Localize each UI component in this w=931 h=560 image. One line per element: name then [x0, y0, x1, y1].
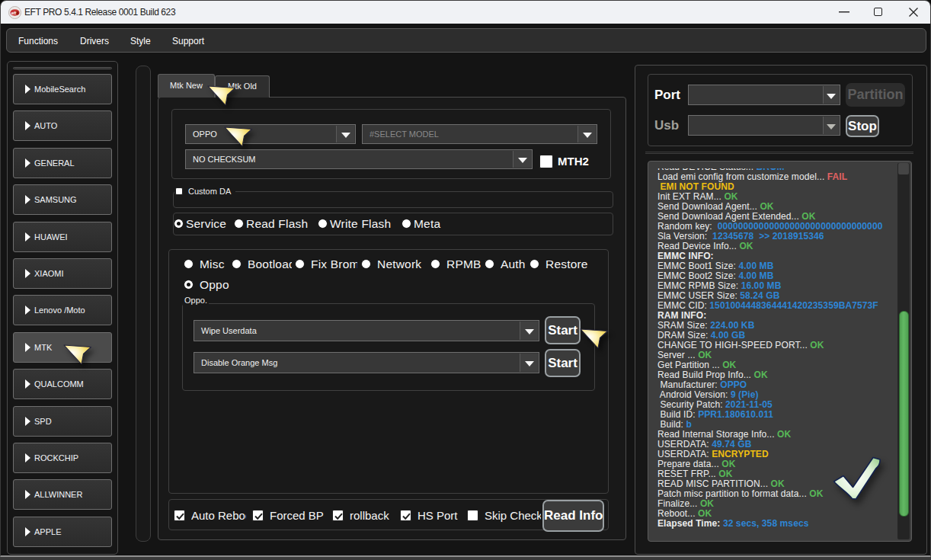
svg-text:eft: eft	[11, 11, 18, 15]
